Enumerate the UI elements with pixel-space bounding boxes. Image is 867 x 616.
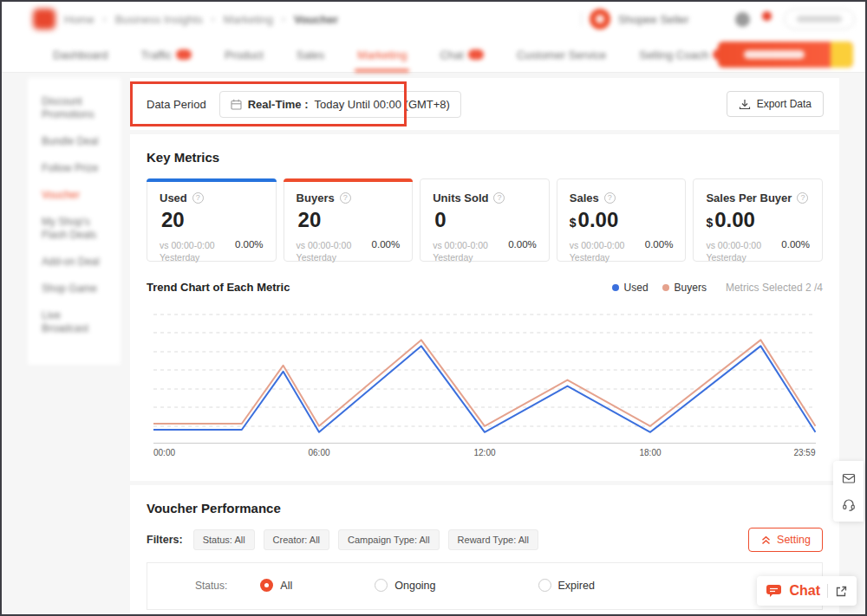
tab-sales[interactable]: Sales	[280, 37, 342, 72]
brand-area: Shopee Seller	[581, 2, 689, 36]
radio-icon	[375, 579, 388, 592]
breadcrumb: Home › Business Insights › Marketing › V…	[64, 13, 338, 26]
metric-card-buyers[interactable]: Buyers? 20 vs 00:00-0:00Yesterday 0.00%	[284, 178, 414, 262]
legend-dot-icon	[612, 284, 619, 291]
inbox-button[interactable]	[833, 465, 864, 491]
collapse-chevrons-icon	[760, 535, 772, 546]
radio-status-ongoing[interactable]: Ongoing	[375, 579, 435, 592]
sidebar-item-shop-game[interactable]: Shop Game	[42, 282, 107, 295]
badge-icon	[468, 49, 484, 60]
tab-traffic[interactable]: Traffic	[125, 37, 208, 72]
help-icon[interactable]: ?	[797, 192, 808, 204]
metric-pct: 0.00%	[645, 239, 674, 263]
promo-banner[interactable]	[718, 42, 853, 68]
breadcrumb-separator: ›	[282, 13, 285, 25]
breadcrumb-separator: ›	[212, 13, 215, 25]
x-axis: 00:0006:0012:0018:0023:59	[153, 446, 816, 462]
sidebar-item-bundle-deal[interactable]: Bundle Deal	[42, 135, 107, 148]
date-mode-label: Real-Time :	[248, 98, 309, 111]
data-period-card: Data Period Real-Time : Today Until 00:0…	[130, 78, 839, 130]
breadcrumb-voucher: Voucher	[294, 13, 338, 26]
sidebar-item-live-broadcast[interactable]: Live Broadcast	[42, 309, 107, 335]
chat-bubble-icon	[766, 584, 782, 599]
breadcrumb-home[interactable]: Home	[64, 13, 95, 26]
sidebar-item-add-on-deal[interactable]: Add-on Deal	[42, 256, 107, 269]
expand-icon[interactable]	[835, 585, 848, 598]
metric-accent-bar	[420, 178, 550, 182]
sidebar: Discount Promotions Bundle Deal Follow P…	[28, 78, 121, 365]
tab-product[interactable]: Product	[208, 37, 280, 72]
metrics-selected-counter: Metrics Selected 2 /4	[726, 282, 823, 294]
radio-status-all[interactable]: All	[260, 579, 292, 592]
metric-card-used[interactable]: Used? 20 vs 00:00-0:00Yesterday 0.00%	[147, 178, 277, 262]
radio-icon	[260, 579, 273, 592]
x-tick-label: 18:00	[639, 448, 661, 457]
main-column: Data Period Real-Time : Today Until 00:0…	[130, 78, 839, 616]
envelope-icon	[841, 470, 857, 486]
sidebar-item-flash-deals[interactable]: My Shop's Flash Deals	[42, 216, 107, 242]
legend-dot-icon	[662, 284, 669, 291]
breadcrumb-marketing[interactable]: Marketing	[224, 13, 273, 26]
legend-buyers[interactable]: Buyers	[662, 282, 707, 294]
download-icon	[739, 99, 751, 110]
tab-bar: Dashboard Traffic Product Sales Marketin…	[2, 36, 865, 73]
export-data-button[interactable]: Export Data	[727, 91, 824, 117]
chart-legend: Used Buyers Metrics Selected 2 /4	[612, 282, 823, 294]
metric-card-sales-per-buyer[interactable]: Sales Per Buyer? $0.00 vs 00:00-0:00Yest…	[693, 178, 823, 262]
setting-button[interactable]: Setting	[748, 528, 823, 552]
line-chart	[153, 308, 816, 443]
filter-chip-reward-type[interactable]: Reward Type: All	[448, 529, 538, 550]
tab-marketing[interactable]: Marketing	[341, 37, 423, 72]
chart-plot-area[interactable]	[153, 308, 816, 444]
metric-pct: 0.00%	[781, 239, 810, 263]
x-tick-label: 23:59	[793, 448, 815, 457]
voucher-performance-card: Voucher Performance Filters: Status: All…	[130, 485, 839, 616]
divider	[581, 12, 582, 26]
help-icon[interactable]: ?	[340, 192, 351, 204]
metric-card-sales[interactable]: Sales? $0.00 vs 00:00-0:00Yesterday 0.00…	[557, 178, 687, 262]
chat-label: Chat	[789, 583, 820, 599]
tab-customer-service[interactable]: Customer Service	[500, 37, 623, 72]
date-value: Today Until 00:00 (GMT+8)	[315, 98, 450, 111]
chat-widget[interactable]: Chat	[757, 576, 857, 606]
content-area: Discount Promotions Bundle Deal Follow P…	[2, 73, 865, 616]
help-icon[interactable]: ?	[604, 192, 616, 204]
promo-text-blob	[744, 50, 805, 59]
breadcrumb-business-insights[interactable]: Business Insights	[115, 13, 203, 26]
metric-pct: 0.00%	[508, 239, 537, 263]
metric-card-units-sold[interactable]: Units Sold? 0 vs 00:00-0:00Yesterday 0.0…	[420, 178, 550, 262]
header-pill-button[interactable]	[784, 9, 855, 29]
breadcrumb-separator: ›	[103, 13, 107, 25]
top-bar: Home › Business Insights › Marketing › V…	[2, 2, 865, 36]
badge-icon	[176, 49, 192, 60]
help-icon[interactable]: ?	[493, 192, 505, 204]
radio-icon	[538, 579, 551, 592]
tab-dashboard[interactable]: Dashboard	[36, 37, 125, 72]
x-tick-label: 06:00	[308, 448, 329, 457]
legend-used[interactable]: Used	[612, 282, 649, 294]
trend-chart: 00:0006:0012:0018:0023:59	[147, 308, 823, 462]
date-range-picker[interactable]: Real-Time : Today Until 00:00 (GMT+8)	[219, 91, 461, 118]
data-period-label: Data Period	[147, 98, 206, 111]
tabs: Dashboard Traffic Product Sales Marketin…	[36, 37, 800, 72]
floating-sidebar	[833, 461, 864, 522]
radio-status-expired[interactable]: Expired	[538, 579, 595, 592]
export-label: Export Data	[757, 98, 812, 110]
filter-chip-status[interactable]: Status: All	[193, 529, 255, 550]
filter-chip-creator[interactable]: Creator: All	[264, 529, 329, 550]
notification-icon[interactable]	[735, 12, 750, 27]
tab-chat[interactable]: Chat	[423, 37, 499, 72]
sidebar-item-follow-prize[interactable]: Follow Prize	[42, 162, 107, 175]
headset-icon	[841, 496, 857, 512]
filter-chip-campaign-type[interactable]: Campaign Type: All	[338, 529, 440, 550]
key-metrics-title: Key Metrics	[147, 150, 823, 165]
metric-pct: 0.00%	[372, 239, 401, 263]
sidebar-item-discount-promotions[interactable]: Discount Promotions	[42, 95, 107, 121]
voucher-performance-title: Voucher Performance	[147, 501, 823, 515]
divider	[827, 584, 828, 598]
sidebar-item-voucher[interactable]: Voucher	[42, 189, 107, 202]
promo-coin-icon	[831, 42, 853, 68]
support-button[interactable]	[833, 491, 864, 517]
shop-logo-icon[interactable]	[33, 9, 55, 29]
help-icon[interactable]: ?	[192, 192, 204, 204]
